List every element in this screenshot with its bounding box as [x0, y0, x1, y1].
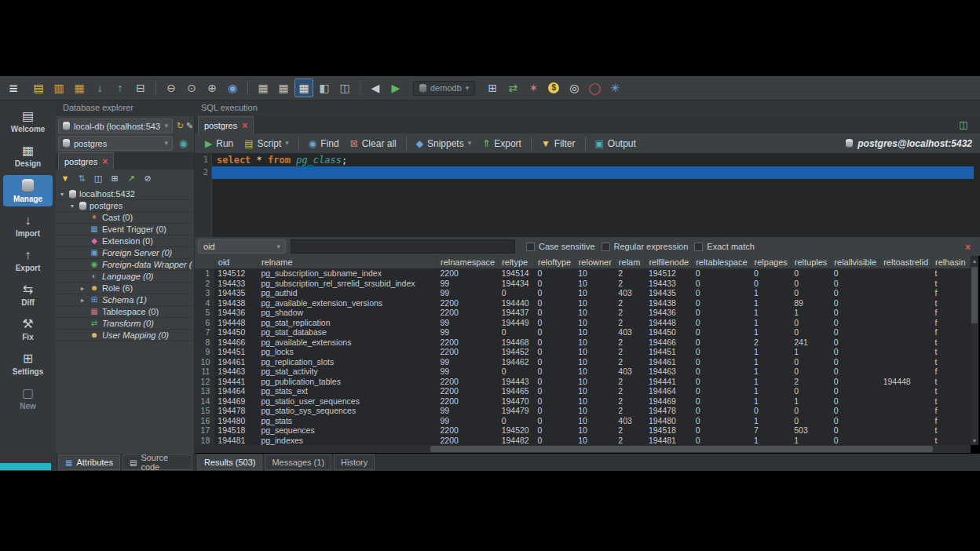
export-objects-button[interactable]: ↗ — [124, 171, 138, 185]
zoom-out-button[interactable]: ⊖ — [162, 78, 181, 97]
scrollbar-thumb[interactable] — [971, 267, 978, 323]
column-header-relhasin[interactable]: relhasin — [932, 256, 971, 268]
close-icon[interactable]: × — [102, 157, 108, 166]
column-header-relowner[interactable]: relowner — [575, 256, 615, 268]
output-button[interactable]: ▣Output — [590, 135, 642, 152]
column-header-relfilenode[interactable]: relfilenode — [645, 256, 693, 268]
column-header-oid[interactable]: oid — [214, 256, 258, 268]
sidebar-item-welcome[interactable]: ▤Welcome — [3, 106, 53, 137]
export-file-button[interactable]: ↑ — [111, 78, 130, 97]
tree-item-tablespace-0[interactable]: ▦Tablespace (0) — [56, 306, 194, 318]
table-row[interactable]: 18194481pg_indexes2200194482010219448101… — [195, 436, 971, 446]
help-button[interactable]: ◎ — [565, 78, 583, 97]
tree-item-postgres[interactable]: ▾postgres — [56, 200, 194, 212]
case-sensitive-checkbox[interactable] — [526, 243, 535, 251]
table-row[interactable]: 9194451pg_locks220019445201021944510110t — [195, 347, 971, 357]
new-script-button[interactable]: ▤ — [29, 78, 48, 97]
zoom-in-button[interactable]: ⊕ — [203, 78, 221, 97]
chevron-right-icon[interactable]: ▸ — [79, 285, 86, 292]
snippets-button[interactable]: ◆Snippets▾ — [411, 135, 477, 152]
scrollbar-thumb[interactable] — [430, 446, 933, 452]
column-header-relnamespace[interactable]: relnamespace — [437, 256, 499, 268]
sidebar-item-design[interactable]: ▦Design — [3, 140, 53, 171]
table-row[interactable]: 15194478pg_statio_sys_sequences991944790… — [195, 406, 971, 416]
scroll-up-icon[interactable]: ▲ — [971, 256, 978, 265]
tree-item-foreign-data-wrapper-0[interactable]: ◉Foreign-data Wrapper (0) — [56, 259, 194, 271]
column-header-reltuples[interactable]: reltuples — [791, 256, 831, 268]
sidebar-item-export[interactable]: ↑Export — [3, 245, 53, 276]
regular-expression-checkbox[interactable] — [602, 243, 610, 251]
edit-connection-button[interactable]: ✎ — [184, 119, 196, 132]
zoom-reset-button[interactable]: ⊙ — [182, 78, 201, 97]
sql-editor[interactable]: 12 select * from pg_class; — [195, 154, 980, 237]
column-header-reloftype[interactable]: reloftype — [535, 256, 576, 268]
checkbox-exact-match[interactable]: Exact match — [694, 242, 755, 251]
table-row[interactable]: 8194466pg_available_extensions2200194468… — [195, 338, 971, 348]
column-header-reltoastrelid[interactable]: reltoastrelid — [880, 256, 932, 268]
explorer-tab-postgres[interactable]: postgres × — [58, 152, 114, 170]
browse-database-button[interactable]: ◉ — [177, 137, 189, 149]
tab-attributes[interactable]: ▦Attributes — [58, 454, 120, 470]
table-row[interactable]: 12194441pg_publication_tables22001944430… — [195, 377, 971, 387]
tree-item-language-0[interactable]: ◐Language (0) — [56, 271, 194, 283]
checkbox-case-sensitive[interactable]: Case sensitive — [526, 242, 595, 251]
table-row[interactable]: 11194463pg_stat_activity9900104031944630… — [195, 367, 971, 377]
back-button[interactable]: ◀ — [366, 78, 385, 97]
table-row[interactable]: 5194436pg_shadow220019443701021944360110… — [195, 308, 971, 318]
pin-panel-button[interactable]: ◫ — [91, 171, 105, 185]
sidebar-item-import[interactable]: ↓Import — [3, 210, 53, 241]
sidebar-item-new[interactable]: ▢New — [3, 383, 53, 414]
database-dropdown[interactable]: postgres ▾ — [58, 136, 173, 151]
table-row[interactable]: 13194464pg_stats_ext22001944650102194464… — [195, 386, 971, 396]
menu-button[interactable]: ≡ — [4, 78, 23, 97]
sidebar-item-fix[interactable]: ⚒Fix — [3, 314, 53, 345]
clear-objects-button[interactable]: ⊘ — [141, 171, 155, 185]
filter-button[interactable]: ▼Filter — [536, 135, 581, 152]
editor-selected-line[interactable] — [212, 166, 974, 179]
chevron-right-icon[interactable]: ▸ — [79, 297, 86, 304]
run-button[interactable]: ▶Run — [199, 135, 239, 152]
tree-item-foreign-server-0[interactable]: ▣Foreign Server (0) — [56, 247, 194, 259]
table-row[interactable]: 7194450pg_stat_database99001040319445001… — [195, 327, 971, 338]
editor-line[interactable]: select * from pg_class; — [212, 154, 980, 166]
column-header-reltablespace[interactable]: reltablespace — [693, 256, 751, 268]
table-row[interactable]: 17194518pg_sequences22001945200102194518… — [195, 425, 971, 436]
checkbox-regular-expression[interactable]: Regular expression — [602, 242, 689, 251]
new-database-button[interactable]: ⊞ — [483, 78, 502, 97]
column-header-relpages[interactable]: relpages — [751, 256, 791, 268]
grid-medium-button[interactable]: ▦ — [274, 78, 293, 97]
save-script-button[interactable]: ▦ — [70, 78, 89, 97]
editor-code[interactable]: select * from pg_class; — [212, 154, 980, 179]
sql-tab-postgres[interactable]: postgres × — [198, 116, 254, 133]
tree-item-localhost-5432[interactable]: ▾localhost:5432 — [56, 188, 194, 200]
table-row[interactable]: 1194512pg_subscription_subname_index2200… — [195, 268, 971, 279]
print-button[interactable]: ⊟ — [131, 78, 150, 97]
tab-results-503[interactable]: Results (503) — [197, 454, 262, 470]
image-view-button[interactable]: ◧ — [315, 78, 334, 97]
column-header-relam[interactable]: relam — [615, 256, 645, 268]
filter-objects-button[interactable]: ▼ — [58, 171, 72, 185]
tree-item-user-mapping-0[interactable]: ☻User Mapping (0) — [56, 330, 194, 341]
scroll-down-icon[interactable]: ▼ — [971, 436, 978, 445]
tree-item-transform-0[interactable]: ⇄Transform (0) — [56, 318, 194, 330]
find-button[interactable]: ◉ — [223, 78, 242, 97]
record-button[interactable]: ◯ — [585, 78, 604, 97]
open-script-button[interactable]: ▥ — [49, 78, 68, 97]
table-row[interactable]: 6194448pg_stat_replication99194449010219… — [195, 318, 971, 328]
close-filter-button[interactable]: × — [965, 240, 971, 253]
table-row[interactable]: 2194433pg_subscription_rel_srrelid_srsub… — [195, 279, 971, 289]
tab-history[interactable]: History — [334, 454, 375, 470]
chevron-down-icon[interactable]: ▾ — [68, 203, 76, 210]
column-header-relname[interactable]: relname — [258, 256, 437, 268]
grid-large-button[interactable]: ▦ — [294, 78, 313, 97]
database-selector-combo[interactable]: demodb▾ — [413, 81, 475, 96]
layout-view-button[interactable]: ◫ — [335, 78, 354, 97]
transfer-button[interactable]: ⇄ — [503, 78, 522, 97]
chevron-down-icon[interactable]: ▾ — [58, 191, 66, 198]
restore-layout-button[interactable]: ◫ — [956, 119, 971, 131]
sidebar-item-settings[interactable]: ⊞Settings — [3, 348, 53, 379]
tree-item-role-6[interactable]: ▸☻Role (6) — [56, 283, 194, 294]
grid-small-button[interactable]: ▦ — [254, 78, 272, 97]
donate-button[interactable]: $ — [544, 78, 563, 97]
clear-all-button[interactable]: ⊠Clear all — [345, 135, 402, 152]
